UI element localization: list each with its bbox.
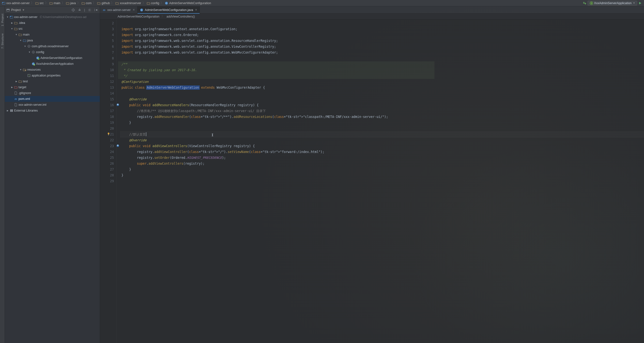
line-number[interactable]: 19 bbox=[100, 120, 114, 126]
line-number[interactable]: 11 bbox=[100, 73, 114, 79]
editor-tab[interactable]: mxxx-admin-server✕ bbox=[100, 6, 138, 14]
tree-row[interactable]: ▼java bbox=[5, 38, 100, 43]
code-line[interactable] bbox=[122, 126, 644, 132]
code-line[interactable]: I //默认首页 bbox=[122, 132, 644, 137]
code-line[interactable] bbox=[122, 91, 644, 97]
tree-row[interactable]: ▶test bbox=[5, 79, 100, 84]
editor-tab[interactable]: CAdminServerWebConfiguration.java✕ bbox=[138, 6, 200, 14]
tree-row[interactable]: application.properties bbox=[5, 73, 100, 79]
breadcrumb-item[interactable]: java bbox=[66, 2, 76, 5]
code-line[interactable]: import org.springframework.web.servlet.c… bbox=[122, 44, 644, 50]
code-line[interactable]: @Override bbox=[122, 137, 644, 143]
breadcrumb-item[interactable]: CAdminServerWebConfiguration bbox=[164, 2, 212, 5]
line-number[interactable]: 28 bbox=[100, 172, 114, 178]
line-number[interactable]: 9 bbox=[100, 61, 114, 67]
line-number[interactable]: 8 bbox=[100, 56, 114, 61]
line-number[interactable]: 6 bbox=[100, 44, 114, 50]
code-line[interactable]: import org.springframework.context.annot… bbox=[122, 26, 644, 32]
code-line[interactable]: registry.setOrder(Ordered.HIGHEST_PRECED… bbox=[122, 155, 644, 161]
code-line[interactable]: registry.addResourceHandler(class="tk-st… bbox=[122, 114, 644, 120]
line-number[interactable]: 24 bbox=[100, 149, 114, 155]
code-line[interactable]: @Override bbox=[122, 97, 644, 102]
code-area[interactable]: import org.springframework.context.annot… bbox=[120, 20, 644, 343]
code-line[interactable]: /** bbox=[122, 61, 644, 67]
line-number[interactable]: 17 bbox=[100, 108, 114, 114]
tool-window-structure[interactable]: 7: Structure bbox=[1, 33, 4, 49]
line-number[interactable]: 3 bbox=[100, 26, 114, 32]
tree-row[interactable]: mpom.xml bbox=[5, 96, 100, 102]
close-icon[interactable]: ✕ bbox=[195, 8, 197, 12]
code-line[interactable]: public void addViewControllers(ViewContr… bbox=[122, 143, 644, 149]
code-line[interactable]: * Created by jialing.yao on 2017-8-16. bbox=[122, 67, 644, 73]
code-line[interactable] bbox=[122, 56, 644, 61]
breadcrumb-item[interactable]: com bbox=[81, 2, 92, 5]
tree-row[interactable]: ▶External Libraries bbox=[5, 108, 100, 114]
code-line[interactable]: import org.springframework.web.servlet.c… bbox=[122, 50, 644, 56]
tree-row[interactable]: xxx-admin-server.iml bbox=[5, 102, 100, 108]
line-number[interactable]: 2 bbox=[100, 21, 114, 26]
close-icon[interactable]: ✕ bbox=[133, 8, 135, 12]
tree-row[interactable]: .gitignore bbox=[5, 90, 100, 96]
line-number[interactable]: 25 bbox=[100, 155, 114, 161]
tree-row[interactable]: ▼src bbox=[5, 26, 100, 32]
tree-arrow-icon[interactable]: ▼ bbox=[15, 33, 18, 36]
code-line[interactable]: public class AdminServerWebConfiguration… bbox=[122, 85, 644, 91]
locate-icon[interactable] bbox=[71, 8, 76, 12]
breadcrumb-item[interactable]: main bbox=[49, 2, 61, 5]
tree-row[interactable]: CAdminServerWebConfiguration bbox=[5, 55, 100, 61]
tree-row[interactable]: ▼resources bbox=[5, 67, 100, 73]
line-number[interactable]: 29 bbox=[100, 178, 114, 184]
line-number[interactable]: 23 bbox=[100, 143, 114, 149]
breadcrumb-item[interactable]: src bbox=[35, 2, 44, 5]
line-number[interactable]: 14 bbox=[100, 91, 114, 97]
code-line[interactable]: registry.addViewController(class="tk-str… bbox=[122, 149, 644, 155]
breadcrumb-item[interactable]: xxx-admin-server bbox=[2, 2, 30, 5]
tree-arrow-icon[interactable]: ▶ bbox=[6, 109, 9, 112]
line-number[interactable]: 16 bbox=[100, 102, 114, 108]
tree-row[interactable]: ▼config bbox=[5, 49, 100, 55]
line-number[interactable]: 10 bbox=[100, 67, 114, 73]
code-line[interactable]: public void addResourceHandlers(Resource… bbox=[122, 102, 644, 108]
vcs-update-icon[interactable] bbox=[582, 2, 587, 5]
tool-window-project[interactable]: 1: Project bbox=[1, 14, 4, 26]
tree-arrow-icon[interactable]: ▶ bbox=[11, 22, 13, 24]
tree-arrow-icon[interactable]: ▶ bbox=[11, 86, 13, 88]
tree-arrow-icon[interactable]: ▼ bbox=[20, 69, 22, 71]
crumb-class[interactable]: AdminServerWebConfiguration bbox=[118, 15, 160, 18]
tree-row[interactable]: CXxxAdminServerApplication bbox=[5, 61, 100, 67]
tree-row[interactable]: ▼main bbox=[5, 32, 100, 38]
breadcrumb-item[interactable]: github bbox=[96, 2, 110, 5]
line-number[interactable]: 5 bbox=[100, 38, 114, 44]
code-line[interactable]: //将所有/** 访问都映射到classpath:/META-INF/xxx-a… bbox=[122, 108, 644, 114]
code-line[interactable] bbox=[122, 178, 644, 184]
line-number[interactable]: 18 bbox=[100, 114, 114, 120]
chevron-down-icon[interactable]: ▾ bbox=[23, 8, 24, 12]
code-line[interactable]: } bbox=[122, 120, 644, 126]
code-line[interactable]: */ bbox=[122, 73, 644, 79]
tree-arrow-icon[interactable]: ▶ bbox=[15, 80, 18, 83]
breadcrumb-item[interactable]: config bbox=[146, 2, 160, 5]
line-number[interactable]: 26 bbox=[100, 161, 114, 167]
gear-icon[interactable] bbox=[87, 8, 92, 12]
tree-row[interactable]: ▼xxx-admin-serverC:\Users\smalldok\Deskt… bbox=[5, 14, 100, 20]
code-line[interactable]: } bbox=[122, 172, 644, 178]
line-gutter[interactable]: 2345678910111213141516171819202122232425… bbox=[100, 20, 116, 343]
line-number[interactable]: 20 bbox=[100, 126, 114, 132]
code-line[interactable] bbox=[122, 21, 644, 26]
tree-row[interactable]: ▼com.github.xxxadminserver bbox=[5, 43, 100, 49]
editor[interactable]: 2345678910111213141516171819202122232425… bbox=[100, 20, 644, 343]
code-line[interactable]: super.addViewControllers(registry); bbox=[122, 161, 644, 167]
tree-arrow-icon[interactable]: ▼ bbox=[20, 39, 22, 42]
project-tree[interactable]: ▼xxx-admin-serverC:\Users\smalldok\Deskt… bbox=[5, 14, 100, 343]
crumb-method[interactable]: addViewControllers() bbox=[166, 15, 195, 18]
tree-arrow-icon[interactable]: ▼ bbox=[11, 28, 13, 30]
line-number[interactable]: 22 bbox=[100, 137, 114, 143]
intention-bulb-icon[interactable] bbox=[107, 132, 110, 136]
collapse-all-icon[interactable] bbox=[77, 8, 82, 12]
code-line[interactable]: @Configuration bbox=[122, 79, 644, 85]
code-line[interactable]: import org.springframework.core.Ordered; bbox=[122, 32, 644, 38]
hide-panel-icon[interactable] bbox=[94, 8, 98, 12]
line-number[interactable]: 13 bbox=[100, 85, 114, 91]
run-config-dropdown[interactable]: XxxAdminServerApplication ▼ bbox=[588, 1, 637, 6]
tree-arrow-icon[interactable]: ▼ bbox=[6, 16, 9, 18]
